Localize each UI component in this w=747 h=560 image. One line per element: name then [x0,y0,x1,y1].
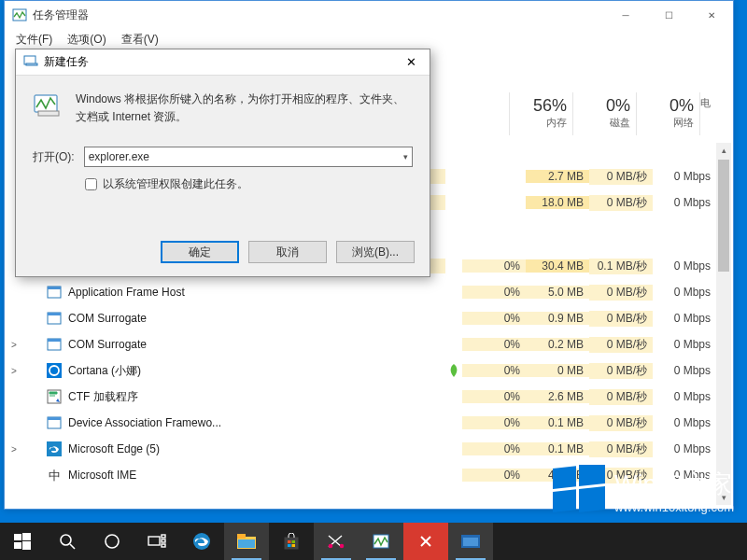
cpu-cell: 0% [462,364,526,377]
chevron-down-icon[interactable]: ▾ [403,152,408,161]
mem-cell: 2.7 MB [526,170,589,183]
svg-rect-21 [579,486,605,512]
taskbar-app-window[interactable] [448,523,493,560]
mem-cell: 0.9 MB [526,312,589,325]
svg-rect-36 [238,539,255,548]
expand-toggle[interactable]: > [5,340,23,350]
col-extra[interactable]: 电 [699,92,716,135]
run-dialog: 新建任务 ✕ Windows 将根据你所键入的名称，为你打开相应的程序、文件夹、… [15,49,430,277]
svg-rect-2 [48,287,61,289]
net-cell: 0 Mbps [653,338,716,351]
svg-rect-12 [47,441,62,456]
dialog-description: Windows 将根据你所键入的名称，为你打开相应的程序、文件夹、文档或 Int… [76,91,413,126]
vertical-scrollbar[interactable]: ▴ ▾ [716,143,731,505]
menu-file[interactable]: 文件(F) [10,30,58,49]
svg-rect-4 [48,313,61,315]
process-name: COM Surrogate [23,337,445,352]
net-cell: 0 Mbps [653,196,716,209]
svg-text:中: 中 [49,469,61,483]
net-cell: 0 Mbps [653,442,716,455]
svg-rect-23 [22,533,31,540]
svg-rect-24 [14,542,21,549]
dialog-close-button[interactable]: ✕ [392,49,430,76]
column-headers: 56%内存 0%磁盘 0%网络 电 [509,92,716,135]
process-name: CTF 加载程序 [23,389,445,405]
process-icon: 中 [46,468,63,483]
taskbar-edge[interactable] [179,523,224,560]
start-button[interactable] [0,523,45,560]
browse-button[interactable]: 浏览(B)... [336,241,415,263]
expand-toggle[interactable]: > [5,366,23,376]
mem-cell: 0 MB [526,364,589,377]
mem-cell: 30.4 MB [526,259,589,273]
process-name: Cortana (小娜) [23,363,445,379]
process-row[interactable]: Application Frame Host0%5.0 MB0 MB/秒0 Mb… [5,279,716,305]
process-row[interactable]: CTF 加载程序0%2.6 MB0 MB/秒0 Mbps [5,384,716,410]
taskbar-store[interactable] [269,523,314,560]
minimize-button[interactable]: ─ [604,1,647,29]
windows-logo-icon [553,465,605,517]
process-icon [46,389,63,404]
svg-line-27 [70,544,75,549]
close-button[interactable]: ✕ [690,1,733,29]
svg-rect-20 [553,489,576,512]
task-view-icon[interactable] [134,523,179,560]
taskbar-explorer[interactable] [224,523,269,560]
cpu-cell: 0% [462,390,526,403]
svg-rect-40 [288,544,291,547]
net-cell: 0 Mbps [653,364,716,377]
svg-rect-38 [288,540,291,543]
admin-checkbox[interactable] [85,178,97,190]
svg-rect-18 [553,466,576,489]
process-icon [46,285,63,300]
cpu-cell: 0% [462,416,526,429]
cpu-cell: 0% [462,286,526,299]
taskbar-close-app[interactable] [403,523,448,560]
maximize-button[interactable]: ☐ [647,1,690,29]
svg-rect-11 [48,417,61,420]
search-icon[interactable] [45,523,90,560]
ok-button[interactable]: 确定 [161,241,239,263]
menu-options[interactable]: 选项(O) [62,30,111,49]
net-cell: 0 Mbps [653,170,716,183]
mem-cell: 0.1 MB [526,416,589,429]
mem-cell: 5.0 MB [526,286,589,299]
process-row[interactable]: COM Surrogate0%0.9 MB0 MB/秒0 Mbps [5,305,716,331]
menu-view[interactable]: 查看(V) [116,30,164,49]
svg-rect-15 [26,63,37,65]
svg-point-28 [106,535,119,548]
disk-cell: 0 MB/秒 [589,363,653,379]
net-cell: 0 Mbps [653,416,716,429]
process-icon [46,363,63,378]
process-row[interactable]: >Microsoft Edge (5)0%0.1 MB0 MB/秒0 Mbps [5,436,716,462]
mem-cell: 2.6 MB [526,390,589,403]
disk-cell: 0 MB/秒 [589,389,653,405]
cpu-cell: 0% [462,338,526,351]
svg-rect-17 [38,111,59,116]
process-name: COM Surrogate [23,311,445,326]
cortana-icon[interactable] [90,523,134,560]
scrollbar-thumb[interactable] [718,160,729,272]
process-row[interactable]: >COM Surrogate0%0.2 MB0 MB/秒0 Mbps [5,331,716,357]
svg-rect-31 [162,539,165,542]
process-name: Device Association Framewo... [23,415,445,430]
taskbar-snipping[interactable] [314,523,359,560]
mem-cell: 0.2 MB [526,338,589,351]
process-row[interactable]: Device Association Framewo...0%0.1 MB0 M… [5,410,716,436]
taskbar-taskmgr[interactable] [359,523,403,560]
open-combobox[interactable]: explorer.exe ▾ [84,147,413,167]
titlebar[interactable]: 任务管理器 ─ ☐ ✕ [5,1,733,29]
col-memory[interactable]: 56%内存 [509,92,572,135]
cancel-button[interactable]: 取消 [248,241,327,263]
watermark-url: www.win10xitong.com [614,500,734,514]
col-disk[interactable]: 0%磁盘 [572,92,636,135]
process-icon [46,441,63,456]
dialog-titlebar[interactable]: 新建任务 ✕ [16,49,430,76]
col-network[interactable]: 0%网络 [636,92,699,135]
expand-toggle[interactable]: > [5,444,23,455]
net-cell: 0 Mbps [653,286,716,299]
disk-cell: 0 MB/秒 [589,169,653,185]
process-row[interactable]: >Cortana (小娜)0%0 MB0 MB/秒0 Mbps [5,357,716,384]
svg-rect-25 [22,541,31,550]
svg-rect-41 [292,544,296,547]
